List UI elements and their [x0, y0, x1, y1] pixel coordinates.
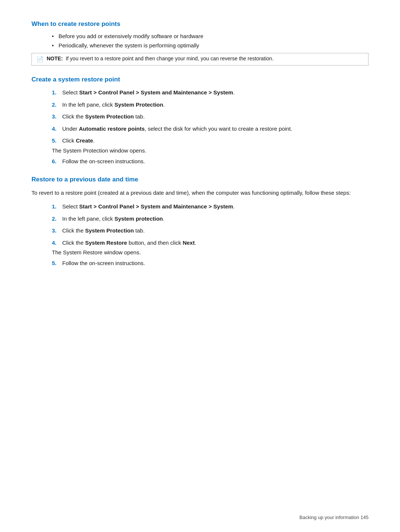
bullet-list-when: Before you add or extensively modify sof…	[52, 33, 369, 48]
step-number: 5.	[52, 259, 57, 268]
sub-text-system-restore: The System Restore window opens.	[52, 249, 369, 255]
heading-when-to-create: When to create restore points	[31, 20, 369, 28]
intro-paragraph: To revert to a restore point (created at…	[31, 188, 369, 197]
step-number: 2.	[52, 215, 57, 223]
sub-text-system-protection: The System Protection window opens.	[52, 147, 369, 154]
heading-restore-previous: Restore to a previous date and time	[31, 176, 369, 183]
page-content: When to create restore points Before you…	[0, 0, 400, 308]
list-item: 5. Click Create.	[52, 137, 369, 145]
section-when-to-create: When to create restore points Before you…	[31, 20, 369, 66]
step-number: 3.	[52, 227, 57, 235]
list-item: 5. Follow the on-screen instructions.	[52, 259, 369, 268]
page-footer: Backing up your information 145	[300, 515, 369, 520]
section-create-restore: Create a system restore point 1. Select …	[31, 76, 369, 165]
list-item: 3. Click the System Protection tab.	[52, 227, 369, 235]
note-icon: 📄	[36, 56, 44, 63]
list-item: 6. Follow the on-screen instructions.	[52, 157, 369, 166]
ordered-list-create-cont: 6. Follow the on-screen instructions.	[52, 157, 369, 166]
heading-create-restore: Create a system restore point	[31, 76, 369, 83]
list-item: Periodically, whenever the system is per…	[52, 42, 369, 48]
list-item: 2. In the left pane, click System protec…	[52, 215, 369, 223]
step-number: 2.	[52, 101, 57, 109]
ordered-list-restore-cont: 5. Follow the on-screen instructions.	[52, 259, 369, 268]
step-number: 5.	[52, 137, 57, 145]
step-number: 1.	[52, 88, 57, 97]
list-item: 4. Click the System Restore button, and …	[52, 239, 369, 247]
list-item: 4. Under Automatic restore points, selec…	[52, 125, 369, 133]
step-number: 3.	[52, 113, 57, 121]
list-item: 1. Select Start > Control Panel > System…	[52, 88, 369, 97]
step-number: 1.	[52, 203, 57, 211]
step-number: 4.	[52, 125, 57, 133]
list-item: 3. Click the System Protection tab.	[52, 113, 369, 121]
section-restore-previous: Restore to a previous date and time To r…	[31, 176, 369, 268]
step-number: 6.	[52, 157, 57, 166]
note-text: NOTE: If you revert to a restore point a…	[47, 56, 274, 61]
note-label: NOTE:	[47, 56, 63, 61]
ordered-list-create: 1. Select Start > Control Panel > System…	[52, 88, 369, 145]
list-item: 1. Select Start > Control Panel > System…	[52, 203, 369, 211]
list-item: 2. In the left pane, click System Protec…	[52, 101, 369, 109]
list-item: Before you add or extensively modify sof…	[52, 33, 369, 39]
footer-text: Backing up your information 145	[300, 515, 369, 520]
note-box: 📄 NOTE: If you revert to a restore point…	[31, 53, 369, 66]
step-number: 4.	[52, 239, 57, 247]
ordered-list-restore: 1. Select Start > Control Panel > System…	[52, 203, 369, 247]
